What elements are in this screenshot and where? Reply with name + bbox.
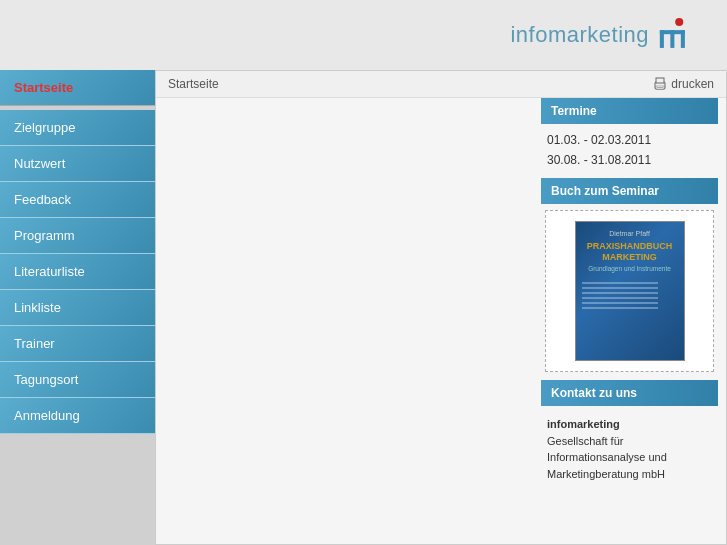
sidebar: Startseite Zielgruppe Nutzwert Feedback … [0, 70, 155, 545]
content-area: Startseite drucken Termine 01.03. [155, 70, 727, 545]
sidebar-label-feedback: Feedback [14, 192, 71, 207]
breadcrumb-bar: Startseite drucken [156, 71, 726, 98]
termine-item-1: 01.03. - 02.03.2011 [541, 130, 718, 150]
kontakt-name: infomarketing [547, 418, 620, 430]
book-line-2 [582, 287, 659, 289]
sidebar-label-programm: Programm [14, 228, 75, 243]
svg-rect-9 [657, 87, 663, 88]
book-lines [582, 282, 678, 309]
kontakt-line2: Informationsanalyse und [547, 451, 667, 463]
svg-rect-5 [681, 30, 685, 48]
book-line-3 [582, 292, 659, 294]
main-container: Startseite Zielgruppe Nutzwert Feedback … [0, 70, 727, 545]
sidebar-item-literaturliste[interactable]: Literaturliste [0, 254, 155, 290]
print-label: drucken [671, 77, 714, 91]
print-button[interactable]: drucken [653, 77, 714, 91]
buch-header: Buch zum Seminar [541, 178, 718, 204]
termine-item-2: 30.08. - 31.08.2011 [541, 150, 718, 170]
content-body: Termine 01.03. - 02.03.2011 30.08. - 31.… [156, 98, 726, 544]
kontakt-header: Kontakt zu uns [541, 380, 718, 406]
sidebar-item-linkliste[interactable]: Linkliste [0, 290, 155, 326]
book-wrapper: Dietmar Pfaff PRAXISHANDBUCH MARKETING G… [545, 210, 714, 372]
book-line-5 [582, 302, 659, 304]
svg-rect-7 [656, 78, 664, 83]
logo-text: infomarketing [510, 22, 649, 48]
sidebar-active-label: Startseite [14, 80, 73, 95]
sidebar-item-startseite[interactable]: Startseite [0, 70, 155, 106]
kontakt-text: infomarketing Gesellschaft für Informati… [541, 412, 718, 486]
sidebar-item-feedback[interactable]: Feedback [0, 182, 155, 218]
logo-area: infomarketing [510, 16, 697, 54]
book-line-4 [582, 297, 659, 299]
book-cover-inner: Dietmar Pfaff PRAXISHANDBUCH MARKETING G… [576, 222, 684, 320]
kontakt-line1: Gesellschaft für [547, 435, 623, 447]
sidebar-item-programm[interactable]: Programm [0, 218, 155, 254]
book-subtitle: Grundlagen und Instrumente [582, 265, 678, 272]
sidebar-item-nutzwert[interactable]: Nutzwert [0, 146, 155, 182]
sidebar-item-trainer[interactable]: Trainer [0, 326, 155, 362]
termine-header: Termine [541, 98, 718, 124]
breadcrumb-text: Startseite [168, 77, 219, 91]
kontakt-line3: Marketingberatung mbH [547, 468, 665, 480]
sidebar-item-tagungsort[interactable]: Tagungsort [0, 362, 155, 398]
sidebar-label-trainer: Trainer [14, 336, 55, 351]
book-line-1 [582, 282, 659, 284]
sidebar-label-literaturliste: Literaturliste [14, 264, 85, 279]
book-line-6 [582, 307, 659, 309]
book-title: PRAXISHANDBUCH MARKETING [582, 241, 678, 263]
content-main [156, 98, 541, 544]
sidebar-label-zielgruppe: Zielgruppe [14, 120, 75, 135]
sidebar-label-anmeldung: Anmeldung [14, 408, 80, 423]
printer-icon [653, 77, 667, 91]
svg-point-0 [675, 18, 683, 26]
sidebar-label-linkliste: Linkliste [14, 300, 61, 315]
header: infomarketing [0, 0, 727, 70]
book-cover: Dietmar Pfaff PRAXISHANDBUCH MARKETING G… [575, 221, 685, 361]
sidebar-label-nutzwert: Nutzwert [14, 156, 65, 171]
sidebar-label-tagungsort: Tagungsort [14, 372, 78, 387]
content-right: Termine 01.03. - 02.03.2011 30.08. - 31.… [541, 98, 726, 544]
sidebar-item-zielgruppe[interactable]: Zielgruppe [0, 110, 155, 146]
sidebar-item-anmeldung[interactable]: Anmeldung [0, 398, 155, 434]
book-author: Dietmar Pfaff [582, 230, 678, 237]
logo-icon [655, 16, 697, 54]
